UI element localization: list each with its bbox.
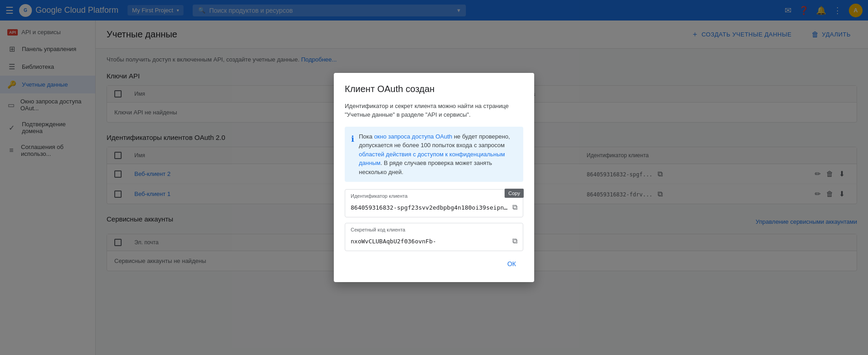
modal-title: Клиент OAuth создан (345, 84, 523, 94)
client-id-field: Идентификатор клиента 864059316832-spgf2… (345, 189, 523, 217)
client-id-label: Идентификатор клиента (345, 190, 523, 200)
oauth-created-modal: Клиент OAuth создан Идентификатор и секр… (334, 73, 534, 283)
info-circle-icon: ℹ (351, 133, 354, 177)
client-id-value: 864059316832-spgf23svv2edbpbg4n180oi39se… (351, 204, 511, 211)
modal-info-box: ℹ Пока окно запроса доступа OAuth не буд… (345, 127, 523, 182)
copy-tooltip: Copy (505, 189, 524, 198)
modal-info-text: Пока окно запроса доступа OAuth не будет… (359, 132, 517, 177)
modal-actions: ОК (345, 257, 523, 271)
modal-overlay: Клиент OAuth создан Идентификатор и секр… (0, 0, 868, 355)
client-secret-value: nxoWvCLUBAqbU2f036ovnFb- (351, 238, 511, 245)
ok-button[interactable]: ОК (500, 257, 523, 271)
modal-info-text1: Пока (359, 133, 374, 140)
modal-description: Идентификатор и секрет клиента можно най… (345, 102, 523, 119)
copy-client-secret-button[interactable]: ⧉ (511, 235, 519, 247)
client-secret-value-row: nxoWvCLUBAqbU2f036ovnFb- ⧉ (345, 233, 523, 251)
client-id-value-row: 864059316832-spgf23svv2edbpbg4n180oi39se… (345, 200, 523, 217)
oauth-consent-link[interactable]: окно запроса доступа OAuth (374, 133, 452, 140)
client-secret-field: Секретный код клиента nxoWvCLUBAqbU2f036… (345, 223, 523, 251)
client-secret-label: Секретный код клиента (345, 223, 523, 233)
copy-client-id-button[interactable]: ⧉ Copy (511, 201, 519, 213)
